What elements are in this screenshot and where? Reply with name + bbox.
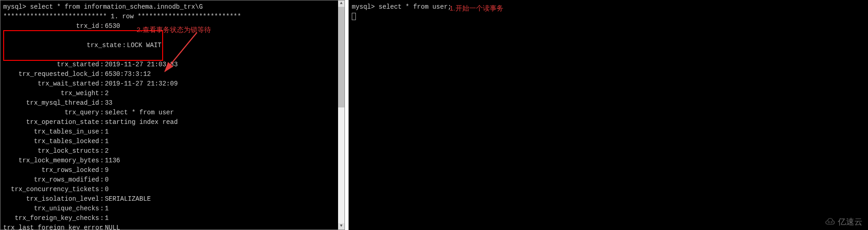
- scroll-up-icon[interactable]: ▲: [338, 0, 344, 7]
- field-val: 33: [105, 98, 112, 108]
- cursor-icon: [352, 13, 356, 20]
- field-key: trx_rows_locked: [3, 166, 99, 175]
- field-key: trx_wait_started: [3, 79, 99, 89]
- cursor-line: [352, 12, 865, 21]
- field-row: trx_concurrency_tickets:0: [3, 185, 342, 194]
- field-val: 2019-11-27 21:32:09: [105, 79, 178, 89]
- watermark-text: 亿速云: [838, 216, 863, 227]
- query-text: select * from user;: [379, 3, 452, 11]
- field-row: trx_mysql_thread_id:33: [3, 98, 342, 108]
- svg-point-2: [831, 221, 832, 223]
- field-row: trx_foreign_key_checks:1: [3, 214, 342, 223]
- field-row: trx_isolation_level:SERIALIZABLE: [3, 194, 342, 204]
- field-row: trx_query:select * from user: [3, 108, 342, 118]
- svg-point-1: [828, 221, 830, 223]
- field-key: trx_mysql_thread_id: [3, 98, 99, 108]
- field-row: trx_last_foreign_key_error:NULL: [3, 223, 342, 230]
- field-val: 1: [105, 127, 108, 137]
- field-val: 6530: [105, 21, 120, 31]
- field-row: trx_tables_in_use:1: [3, 127, 342, 137]
- field-val: select * from user: [105, 108, 174, 118]
- field-key: trx_query: [3, 108, 99, 118]
- field-row-trx-state: trx_state:LOCK WAIT: [3, 31, 342, 60]
- field-val: LOCK WAIT: [127, 41, 162, 50]
- field-key: trx_isolation_level: [3, 194, 99, 204]
- field-row: trx_weight:2: [3, 89, 342, 98]
- field-val: SERIALIZABLE: [105, 194, 151, 204]
- field-val: 2: [105, 89, 108, 98]
- field-val: 0: [105, 175, 108, 185]
- field-key: trx_lock_memory_bytes: [3, 156, 99, 166]
- cloud-icon: [822, 218, 836, 226]
- terminal-right[interactable]: mysql> select * from user; 1.开始一个读事务: [349, 0, 868, 230]
- field-row: trx_tables_locked:1: [3, 137, 342, 146]
- annotation-2: 2.查看事务状态为锁等待: [137, 25, 211, 35]
- field-val: NULL: [105, 223, 120, 230]
- field-val: 1: [105, 204, 108, 214]
- field-row: trx_lock_structs:2: [3, 146, 342, 156]
- field-row: trx_rows_modified:0: [3, 175, 342, 185]
- field-key: trx_rows_modified: [3, 175, 99, 185]
- terminal-left[interactable]: mysql> select * from information_schema.…: [0, 0, 345, 230]
- field-key: trx_requested_lock_id: [3, 70, 99, 79]
- scrollbar-thumb[interactable]: [338, 7, 344, 107]
- field-key: trx_started: [3, 60, 99, 70]
- annotation-1: 1.开始一个读事务: [450, 3, 503, 14]
- scrollbar[interactable]: ▲ ▼: [338, 0, 344, 230]
- field-val: 1: [105, 137, 108, 146]
- scroll-down-icon[interactable]: ▼: [338, 223, 344, 230]
- query-text: select * from information_schema.innodb_…: [30, 3, 203, 11]
- field-key: trx_concurrency_tickets: [3, 185, 99, 194]
- field-val: 2: [105, 146, 108, 156]
- watermark: 亿速云: [822, 216, 863, 227]
- field-row: trx_rows_locked:9: [3, 166, 342, 175]
- field-key: trx_operation_state: [3, 118, 99, 127]
- prompt-line: mysql> select * from user;: [352, 2, 865, 12]
- field-val: 6530:73:3:12: [105, 70, 151, 79]
- field-row: trx_lock_memory_bytes:1136: [3, 156, 342, 166]
- row-header: *************************** 1. row *****…: [3, 12, 342, 21]
- field-key: trx_id: [3, 21, 99, 31]
- field-key: trx_unique_checks: [3, 204, 99, 214]
- mysql-prompt: mysql>: [3, 3, 30, 11]
- field-row: trx_wait_started:2019-11-27 21:32:09: [3, 79, 342, 89]
- field-row: trx_unique_checks:1: [3, 204, 342, 214]
- field-row: trx_started:2019-11-27 21:03:33: [3, 60, 342, 70]
- field-val: 0: [105, 185, 108, 194]
- field-row: trx_operation_state:starting index read: [3, 118, 342, 127]
- field-key: trx_foreign_key_checks: [3, 214, 99, 223]
- prompt-line: mysql> select * from information_schema.…: [3, 2, 342, 12]
- field-val: 9: [105, 166, 108, 175]
- field-val: 1: [105, 214, 108, 223]
- field-row: trx_requested_lock_id:6530:73:3:12: [3, 70, 342, 79]
- field-key: trx_tables_in_use: [3, 127, 99, 137]
- field-val: starting index read: [105, 118, 178, 127]
- field-key: trx_state: [28, 41, 121, 50]
- field-key: trx_last_foreign_key_error: [3, 223, 99, 230]
- field-val: 2019-11-27 21:03:33: [105, 60, 178, 70]
- field-key: trx_weight: [3, 89, 99, 98]
- field-val: 1136: [105, 156, 120, 166]
- field-key: trx_lock_structs: [3, 146, 99, 156]
- mysql-prompt: mysql>: [352, 3, 379, 11]
- field-key: trx_tables_locked: [3, 137, 99, 146]
